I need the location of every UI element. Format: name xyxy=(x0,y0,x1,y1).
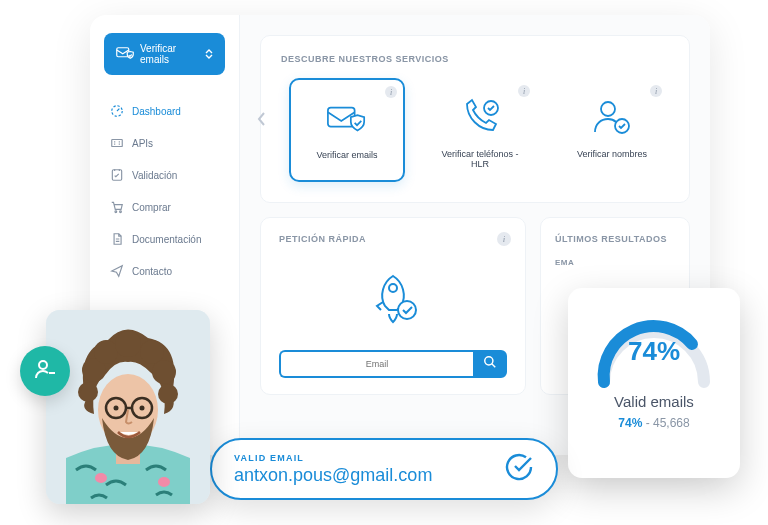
nav-label: Contacto xyxy=(132,266,172,277)
validation-icon xyxy=(110,168,124,182)
nav-item-validacion[interactable]: Validación xyxy=(104,161,225,189)
svg-point-10 xyxy=(389,284,397,292)
nav-label: Comprar xyxy=(132,202,171,213)
service-label: Verificar teléfonos - HLR xyxy=(432,149,528,169)
user-badge[interactable] xyxy=(20,346,70,396)
svg-point-8 xyxy=(601,102,615,116)
results-col-header: EMA xyxy=(555,258,675,267)
gauge-title: Valid emails xyxy=(614,393,694,410)
check-circle-icon xyxy=(504,452,534,486)
dropdown-label: Verificar emails xyxy=(140,43,205,65)
pill-email: antxon.pous@gmail.com xyxy=(234,465,432,486)
avatar-illustration xyxy=(46,310,210,504)
avatar-card xyxy=(46,310,210,504)
nav-item-contacto[interactable]: Contacto xyxy=(104,257,225,285)
svg-point-14 xyxy=(95,473,107,483)
service-label: Verificar nombres xyxy=(577,149,647,159)
quick-request-panel: PETICIÓN RÁPIDA i xyxy=(260,217,526,395)
svg-point-15 xyxy=(158,477,170,487)
service-card-phones[interactable]: i Verificar teléfonos - HLR xyxy=(423,78,537,182)
nav-item-apis[interactable]: APIs xyxy=(104,129,225,157)
svg-point-27 xyxy=(114,406,119,411)
gauge-card: 74% Valid emails 74% - 45,668 xyxy=(568,288,740,478)
services-panel: DESCUBRE NUESTROS SERVICIOS i Ver xyxy=(260,35,690,203)
service-label: Verificar emails xyxy=(316,150,377,160)
nav-label: Validación xyxy=(132,170,177,181)
svg-point-23 xyxy=(158,384,178,404)
svg-point-21 xyxy=(140,340,164,364)
doc-icon xyxy=(110,232,124,246)
user-minus-icon xyxy=(33,357,57,385)
mail-shield-icon xyxy=(326,98,368,140)
send-icon xyxy=(110,264,124,278)
nav-label: APIs xyxy=(132,138,153,149)
valid-email-pill: VALID EMAIL antxon.pous@gmail.com xyxy=(210,438,558,500)
info-icon[interactable]: i xyxy=(518,85,530,97)
service-card-names[interactable]: i Verificar nombres xyxy=(555,78,669,182)
search-icon xyxy=(483,355,497,373)
svg-point-22 xyxy=(152,360,176,384)
gauge-detail-count: 45,668 xyxy=(653,416,690,430)
rocket-check-icon xyxy=(279,266,507,330)
info-icon[interactable]: i xyxy=(385,86,397,98)
service-card-emails[interactable]: i Verificar emails xyxy=(289,78,405,182)
api-icon xyxy=(110,136,124,150)
svg-point-29 xyxy=(39,361,47,369)
gauge-detail: 74% - 45,668 xyxy=(618,416,689,430)
results-header: ÚLTIMOS RESULTADOS xyxy=(555,234,675,244)
services-header: DESCUBRE NUESTROS SERVICIOS xyxy=(281,54,669,64)
pill-tag: VALID EMAIL xyxy=(234,453,432,463)
gauge-detail-sep: - xyxy=(646,416,653,430)
nav-list: Dashboard APIs Validación Comprar xyxy=(104,97,225,285)
svg-point-28 xyxy=(140,406,145,411)
user-check-icon xyxy=(591,97,633,139)
svg-point-4 xyxy=(115,211,117,213)
chevron-up-down-icon xyxy=(205,49,213,59)
nav-item-documentacion[interactable]: Documentación xyxy=(104,225,225,253)
svg-point-24 xyxy=(78,382,98,402)
email-input[interactable] xyxy=(279,350,473,378)
nav-item-dashboard[interactable]: Dashboard xyxy=(104,97,225,125)
nav-label: Documentación xyxy=(132,234,201,245)
info-icon[interactable]: i xyxy=(650,85,662,97)
quick-search-row xyxy=(279,350,507,378)
nav-label: Dashboard xyxy=(132,106,181,117)
info-icon[interactable]: i xyxy=(497,232,511,246)
svg-point-12 xyxy=(485,357,493,365)
svg-point-20 xyxy=(115,331,141,357)
carousel-prev-button[interactable] xyxy=(251,108,273,130)
dashboard-icon xyxy=(110,104,124,118)
cart-icon xyxy=(110,200,124,214)
svg-point-11 xyxy=(398,301,416,319)
search-button[interactable] xyxy=(473,350,507,378)
nav-item-comprar[interactable]: Comprar xyxy=(104,193,225,221)
svg-point-19 xyxy=(94,340,118,364)
quick-header: PETICIÓN RÁPIDA xyxy=(279,234,507,244)
gauge-percent: 74% xyxy=(628,336,680,367)
service-dropdown[interactable]: Verificar emails xyxy=(104,33,225,75)
svg-rect-2 xyxy=(112,140,123,147)
services-row: i Verificar emails i xyxy=(281,78,669,182)
svg-point-5 xyxy=(120,211,122,213)
gauge-detail-pct: 74% xyxy=(618,416,642,430)
mail-shield-icon xyxy=(116,46,134,62)
phone-check-icon xyxy=(459,97,501,139)
